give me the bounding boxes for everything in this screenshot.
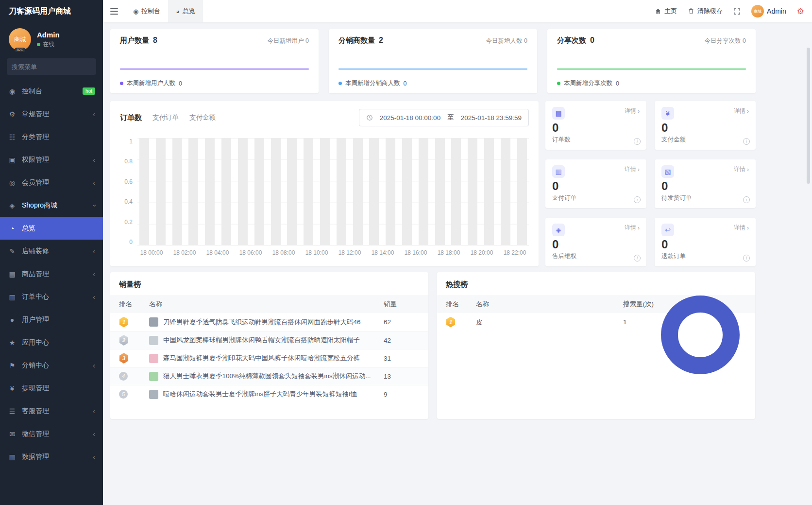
detail-link[interactable]: 详情› bbox=[625, 165, 640, 174]
user-profile[interactable]: 商城 B2C Admin 在线 bbox=[0, 22, 103, 55]
table-row[interactable]: 3 森马国潮短裤男夏季潮印花大码中国风裤子休闲嘻哈潮流宽松五分裤 31 bbox=[110, 349, 428, 367]
arrow-right-icon: › bbox=[747, 225, 749, 231]
table-row[interactable]: 5 嘻哈休闲运动套装男士夏季潮牌ins胖子大码青少年男装短裤短袖t恤 9 bbox=[110, 385, 428, 403]
chart-bar bbox=[369, 138, 379, 245]
tab-pay-amount[interactable]: 支付金额 bbox=[189, 113, 216, 122]
chart-bar bbox=[238, 138, 248, 245]
info-icon[interactable]: i bbox=[743, 138, 750, 145]
admin-menu[interactable]: 商城 Admin bbox=[751, 5, 786, 17]
sidebar-item-goods[interactable]: ▤ 商品管理 ‹ bbox=[0, 262, 103, 285]
product-name[interactable]: 刀锋男鞋夏季透气防臭飞织运动鞋男潮流百搭休闲网面跑步鞋大码46 bbox=[163, 318, 361, 327]
product-thumb bbox=[149, 390, 158, 399]
sidebar-item-label: 会员管理 bbox=[22, 178, 49, 187]
sidebar-item-decoration[interactable]: ✎ 店铺装修 ‹ bbox=[0, 240, 103, 262]
sidebar-item-wechat[interactable]: ✉ 微信管理 ‹ bbox=[0, 422, 103, 445]
user-name: Admin bbox=[37, 31, 60, 39]
shop-icon: ◈ bbox=[8, 202, 17, 209]
info-icon[interactable]: i bbox=[743, 196, 750, 203]
keyword[interactable]: 皮 bbox=[476, 318, 483, 327]
legend-dot-icon bbox=[338, 82, 342, 85]
vertical-scrollbar[interactable] bbox=[807, 48, 810, 184]
product-name[interactable]: 嘻哈休闲运动套装男士夏季潮牌ins胖子大码青少年男装短裤短袖t恤 bbox=[163, 390, 357, 399]
sidebar-item-label: 应用中心 bbox=[22, 338, 49, 347]
tab-label: 控制台 bbox=[141, 7, 160, 16]
chevron-left-icon: ‹ bbox=[93, 453, 95, 460]
chart-bar bbox=[484, 138, 494, 245]
detail-link[interactable]: 详情› bbox=[625, 107, 640, 115]
chart-bar bbox=[419, 138, 428, 245]
sidebar-item-member[interactable]: ◎ 会员管理 ‹ bbox=[0, 171, 103, 194]
rank-row: 销量榜 排名 名称 销量 1 刀锋男鞋夏季透气防臭飞织运动鞋男潮流百搭休闲网面跑… bbox=[110, 272, 756, 419]
bar-chart: 10.80.60.40.20 18 00:0018 02:0018 04:001 bbox=[120, 138, 529, 259]
info-icon[interactable]: i bbox=[634, 138, 641, 145]
tab-order-count[interactable]: 订单数 bbox=[120, 113, 142, 122]
mini-card-pay-amount: ¥ 详情› 0 支付金额 i bbox=[655, 101, 756, 150]
user-status: 在线 bbox=[37, 40, 60, 49]
clear-cache-button[interactable]: 清除缓存 bbox=[688, 7, 723, 16]
x-axis-label: 18 22:00 bbox=[501, 249, 529, 256]
sidebar-item-category[interactable]: ☷ 分类管理 bbox=[0, 125, 103, 148]
product-name[interactable]: 森马国潮短裤男夏季潮印花大码中国风裤子休闲嘻哈潮流宽松五分裤 bbox=[163, 354, 360, 363]
tab-pay-orders[interactable]: 支付订单 bbox=[152, 113, 179, 122]
avatar-badge: B2C bbox=[15, 48, 25, 52]
stat-week: 本周新增分享次数 0 bbox=[557, 79, 746, 87]
sidebar-item-data[interactable]: ▦ 数据管理 ‹ bbox=[0, 445, 103, 468]
menu-toggle-icon[interactable] bbox=[103, 0, 125, 22]
pay-order-icon: ▥ bbox=[552, 165, 565, 178]
sidebar-item-permission[interactable]: ▣ 权限管理 ‹ bbox=[0, 148, 103, 171]
home-button[interactable]: 主页 bbox=[655, 7, 677, 16]
legend-dot-icon bbox=[120, 82, 123, 85]
clear-cache-label: 清除缓存 bbox=[697, 7, 723, 16]
info-icon[interactable]: i bbox=[743, 255, 750, 261]
date-range-picker[interactable]: 2025-01-18 00:00:00 至 2025-01-18 23:59:5… bbox=[359, 109, 529, 126]
sidebar-item-distribution[interactable]: ⚑ 分销中心 ‹ bbox=[0, 354, 103, 377]
admin-avatar: 商城 bbox=[751, 5, 764, 17]
sidebar-menu: ◉ 控制台 hot ⚙ 常规管理 ‹ ☷ 分类管理 ▣ 权限管理 ‹ ◎ 会员管… bbox=[0, 80, 103, 505]
product-name[interactable]: 中国风龙图案棒球帽男潮牌休闲鸭舌帽女潮流百搭防晒遮阳太阳帽子 bbox=[163, 336, 360, 345]
tab-overview[interactable]: ◕ 总览 bbox=[168, 0, 203, 22]
detail-link[interactable]: 详情› bbox=[625, 224, 640, 232]
pay-amount-icon: ¥ bbox=[661, 107, 674, 120]
stat-cards-row: 用户数量 8 今日新增用户 0 本周新增用户人数 0 分 bbox=[110, 29, 756, 93]
info-icon[interactable]: i bbox=[634, 196, 641, 203]
info-icon[interactable]: i bbox=[634, 255, 641, 261]
detail-link[interactable]: 详情› bbox=[734, 165, 749, 174]
chart-bar bbox=[139, 138, 149, 245]
table-row[interactable]: 2 中国风龙图案棒球帽男潮牌休闲鸭舌帽女潮流百搭防晒遮阳太阳帽子 42 bbox=[110, 331, 428, 349]
table-row[interactable]: 1 刀锋男鞋夏季透气防臭飞织运动鞋男潮流百搭休闲网面跑步鞋大码46 62 bbox=[110, 313, 428, 331]
search-input[interactable] bbox=[12, 63, 97, 70]
overview-icon: ◔ bbox=[8, 225, 17, 232]
plot-area bbox=[137, 138, 529, 245]
tab-console[interactable]: ◉ 控制台 bbox=[125, 0, 168, 22]
y-axis: 10.80.60.40.20 bbox=[120, 138, 133, 245]
sidebar-item-users[interactable]: ● 用户管理 bbox=[0, 308, 103, 331]
yen-icon: ¥ bbox=[8, 384, 17, 392]
chart-bar bbox=[402, 138, 412, 245]
sidebar-item-service[interactable]: ☰ 客服管理 ‹ bbox=[0, 400, 103, 422]
sidebar-item-overview[interactable]: ◔ 总览 bbox=[0, 217, 103, 240]
table-row[interactable]: 4 猫人男士睡衣男夏季100%纯棉薄款圆领套头短袖套装男ins潮休闲运动... … bbox=[110, 367, 428, 385]
mini-value: 0 bbox=[661, 180, 749, 192]
sidebar-item-label: 提现管理 bbox=[22, 384, 49, 393]
sidebar-item-label: 分类管理 bbox=[22, 133, 49, 141]
sidebar-item-shopro[interactable]: ◈ Shopro商城 ‹ bbox=[0, 194, 103, 217]
detail-link[interactable]: 详情› bbox=[734, 224, 749, 232]
sidebar-item-orders[interactable]: ▥ 订单中心 ‹ bbox=[0, 285, 103, 308]
detail-link[interactable]: 详情› bbox=[734, 107, 749, 115]
sidebar-item-apps[interactable]: ★ 应用中心 bbox=[0, 331, 103, 354]
sidebar-item-withdraw[interactable]: ¥ 提现管理 bbox=[0, 377, 103, 400]
chart-bar bbox=[287, 138, 297, 245]
arrow-right-icon: › bbox=[747, 108, 749, 115]
sidebar-item-console[interactable]: ◉ 控制台 hot bbox=[0, 80, 103, 103]
mini-label: 售后维权 bbox=[552, 252, 640, 261]
sidebar-item-general[interactable]: ⚙ 常规管理 ‹ bbox=[0, 103, 103, 125]
medal-gold-icon: 1 bbox=[446, 317, 456, 328]
y-axis-label: 0.8 bbox=[124, 158, 133, 165]
settings-gear-icon[interactable]: ⚙ bbox=[797, 6, 804, 17]
fullscreen-button[interactable] bbox=[733, 8, 741, 15]
to-ship-icon: ▧ bbox=[661, 165, 674, 178]
product-name[interactable]: 猫人男士睡衣男夏季100%纯棉薄款圆领套头短袖套装男ins潮休闲运动... bbox=[163, 372, 371, 381]
sidebar: 刀客源码用户商城 商城 B2C Admin 在线 ◉ 控制台 hot bbox=[0, 0, 103, 505]
sales-value: 9 bbox=[381, 391, 420, 398]
trash-icon bbox=[688, 8, 694, 15]
